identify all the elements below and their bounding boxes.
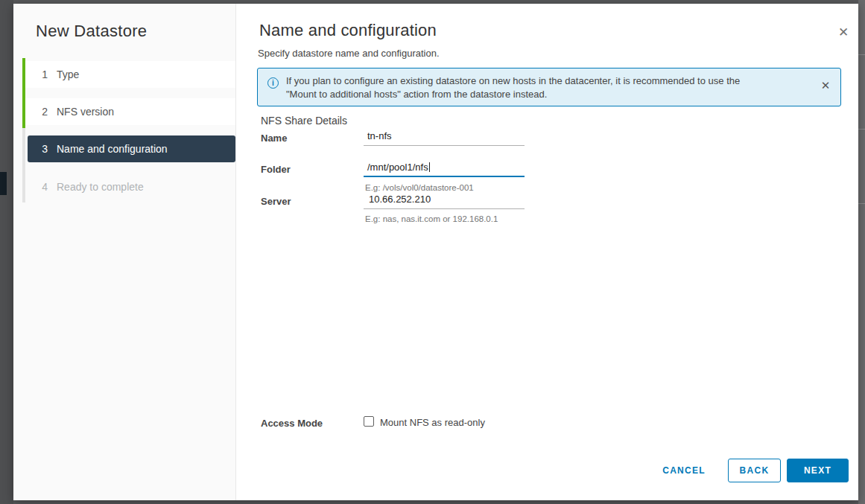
step-number: 2 xyxy=(40,106,48,118)
background-row-line xyxy=(858,129,865,130)
screen-background: New Datastore 1 Type 2 NFS version 3 Nam… xyxy=(0,0,865,504)
step-label: NFS version xyxy=(57,106,114,118)
background-overlay-right xyxy=(858,0,865,504)
server-hint: E.g: nas, nas.it.com or 192.168.0.1 xyxy=(365,214,498,223)
step-label: Name and configuration xyxy=(57,143,168,155)
page-subtitle: Specify datastore name and configuration… xyxy=(258,48,440,59)
folder-field-label: Folder xyxy=(261,164,291,175)
info-banner-line: "Mount to additional hosts" action from … xyxy=(286,88,808,101)
folder-input[interactable]: /mnt/pool1/nfs xyxy=(364,162,525,177)
page-title: Name and configuration xyxy=(259,21,437,40)
background-row-line xyxy=(858,54,865,55)
info-banner: i If you plan to configure an existing d… xyxy=(257,68,841,106)
step-type[interactable]: 1 Type xyxy=(25,61,235,88)
info-banner-text: If you plan to configure an existing dat… xyxy=(286,74,808,101)
wizard-content-panel: Name and configuration ✕ Specify datasto… xyxy=(236,4,858,500)
folder-hint: E.g: /vols/vol0/datastore-001 xyxy=(365,183,474,192)
info-banner-line: If you plan to configure an existing dat… xyxy=(286,74,808,88)
footer-actions: CANCEL BACK NEXT xyxy=(656,459,849,482)
step-number: 1 xyxy=(40,68,48,80)
section-title-nfs-share-details: NFS Share Details xyxy=(261,115,347,127)
step-number: 4 xyxy=(40,181,48,193)
step-number: 3 xyxy=(40,143,48,155)
wizard-title: New Datastore xyxy=(36,22,147,41)
server-input-value: 10.66.252.210 xyxy=(369,194,431,205)
wizard-sidebar: New Datastore 1 Type 2 NFS version 3 Nam… xyxy=(13,4,236,500)
name-input[interactable]: tn-nfs xyxy=(364,130,525,146)
info-circle-icon: i xyxy=(267,77,279,89)
close-icon[interactable]: ✕ xyxy=(834,24,852,42)
readonly-checkbox[interactable] xyxy=(364,416,374,427)
step-ready-to-complete: 4 Ready to complete xyxy=(25,173,235,200)
cancel-button[interactable]: CANCEL xyxy=(656,465,712,476)
text-cursor xyxy=(429,162,430,172)
folder-input-value: /mnt/pool1/nfs xyxy=(367,162,428,173)
background-row-line xyxy=(858,203,865,204)
server-input[interactable]: 10.66.252.210 xyxy=(364,194,525,209)
step-label: Type xyxy=(57,68,79,80)
readonly-checkbox-label[interactable]: Mount NFS as read-only xyxy=(380,417,485,428)
banner-close-icon[interactable]: ✕ xyxy=(818,78,833,93)
server-field-label: Server xyxy=(261,196,291,207)
name-input-value: tn-nfs xyxy=(367,130,392,141)
access-mode-label: Access Mode xyxy=(261,418,323,429)
background-overlay-left xyxy=(0,0,13,504)
step-name-and-configuration-active[interactable]: 3 Name and configuration xyxy=(28,135,235,162)
back-button[interactable]: BACK xyxy=(728,459,781,482)
new-datastore-dialog: New Datastore 1 Type 2 NFS version 3 Nam… xyxy=(13,4,858,500)
step-nfs-version[interactable]: 2 NFS version xyxy=(25,98,235,125)
name-field-label: Name xyxy=(261,133,287,144)
background-artifact xyxy=(0,172,7,195)
next-button[interactable]: NEXT xyxy=(787,459,849,482)
step-label: Ready to complete xyxy=(57,181,144,193)
